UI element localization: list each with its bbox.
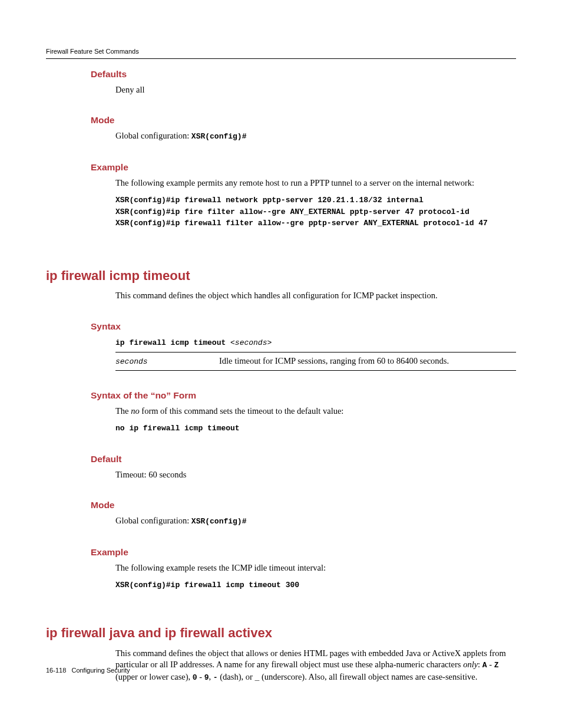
example1-line-0: XSR(config)#ip firewall network pptp-ser… [115, 195, 516, 206]
mode1-prefix: Global configuration: [115, 131, 191, 140]
cmd1-desc: This command defines the object which ha… [46, 290, 516, 302]
cmd1-desc-text: This command defines the object which ha… [115, 290, 516, 302]
defaults-body: Deny all [46, 84, 516, 96]
heading-default-2: Default [46, 453, 516, 466]
example1-line-2: XSR(config)#ip firewall filter allow--gr… [115, 218, 516, 229]
heading-no-form: Syntax of the “no” Form [46, 390, 516, 402]
cmd2-b0: 0 [193, 673, 197, 682]
mode1-body: Global configuration: XSR(config)# [46, 130, 516, 143]
default2-text: Timeout: 60 seconds [115, 469, 516, 481]
example1-body: The following example permits any remote… [46, 177, 516, 229]
heading-example-1: Example [46, 162, 516, 174]
example1-line-1: XSR(config)#ip fire filter allow--gre AN… [115, 206, 516, 218]
cmd2-desc: This command defines the object that all… [46, 648, 516, 684]
cmd2-d3: - [487, 660, 494, 669]
heading-defaults: Defaults [46, 68, 516, 81]
heading-mode-2: Mode [46, 499, 516, 512]
running-head: Firewall Feature Set Commands [46, 47, 516, 59]
heading-syntax: Syntax [46, 321, 516, 333]
cmd2-d7: (dash), or [218, 672, 255, 681]
heading-mode-1: Mode [46, 114, 516, 127]
cmd2-d1: This command defines the object that all… [115, 648, 506, 670]
heading-command-java: ip firewall java and ip firewall activex [46, 624, 516, 642]
table-row: seconds Idle timeout for ICMP sessions, … [115, 353, 516, 371]
footer-page-num: 16-118 [46, 667, 66, 674]
cmd2-d5: - [197, 672, 204, 681]
mode2-prompt: XSR(config)# [191, 517, 247, 526]
noform-body: The no form of this command sets the tim… [46, 406, 516, 434]
mode2-prefix: Global configuration: [115, 516, 191, 525]
param-desc: Idle timeout for ICMP sessions, ranging … [219, 353, 516, 371]
cmd2-italic: only [463, 660, 478, 669]
cmd2-bA: A [482, 661, 487, 670]
syntax-param-table: seconds Idle timeout for ICMP sessions, … [115, 352, 516, 371]
syntax-arg: <seconds> [230, 338, 272, 347]
heading-command-icmp: ip firewall icmp timeout [46, 267, 516, 285]
cmd2-b9: 9 [204, 673, 209, 682]
param-name: seconds [115, 357, 148, 366]
footer-section: Configuring Security [71, 667, 130, 674]
cmd2-d2: : [478, 660, 482, 669]
cmd2-d6: , [209, 672, 213, 681]
defaults-text: Deny all [115, 84, 516, 96]
noform-intro-2: form of this command sets the timeout to… [140, 406, 344, 416]
page: Firewall Feature Set Commands Defaults D… [0, 0, 562, 728]
example2-body: The following example resets the ICMP id… [46, 562, 516, 591]
example2-intro: The following example resets the ICMP id… [115, 562, 516, 574]
mode1-prompt: XSR(config)# [191, 132, 247, 141]
syntax-line: ip firewall icmp timeout <seconds> [46, 337, 516, 349]
cmd2-d8: (underscore). Also, all firewall object … [259, 672, 477, 681]
cmd2-bDash: - [213, 673, 218, 682]
example1-intro: The following example permits any remote… [115, 177, 516, 189]
noform-intro-1: The [115, 406, 131, 416]
syntax-cmd: ip firewall icmp timeout [115, 338, 230, 347]
cmd2-bZ: Z [494, 661, 499, 670]
example2-cmd: XSR(config)#ip firewall icmp timeout 300 [115, 579, 516, 591]
page-footer: 16-118 Configuring Security [46, 666, 130, 675]
default2-body: Timeout: 60 seconds [46, 469, 516, 481]
mode2-body: Global configuration: XSR(config)# [46, 515, 516, 528]
noform-intro-italic: no [131, 406, 140, 416]
heading-example-2: Example [46, 546, 516, 559]
noform-cmd: no ip firewall icmp timeout [115, 423, 516, 434]
